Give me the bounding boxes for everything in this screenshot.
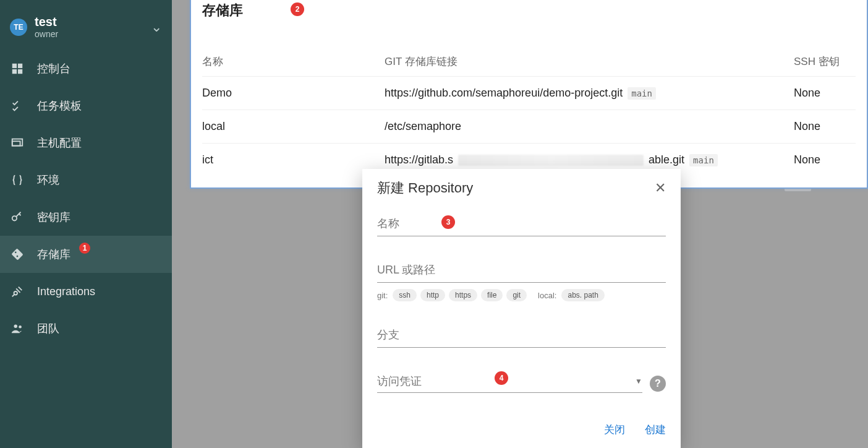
annotation-2: 2 [291, 2, 304, 16]
hint-chip: abs. path [561, 289, 604, 301]
nav-label: 主机配置 [37, 136, 82, 150]
cell-ssh: None [794, 153, 856, 166]
nav-badge: 1 [79, 243, 90, 254]
hint-chip: file [481, 289, 503, 301]
nav-label: 存储库 [37, 247, 70, 262]
branch-chip: main [689, 154, 718, 166]
help-icon[interactable]: ? [650, 376, 666, 392]
nav-templates[interactable]: 任务模板 [0, 87, 172, 124]
table-header: 名称 GIT 存储库链接 SSH 密钥 [202, 47, 856, 77]
close-icon[interactable]: ✕ [655, 180, 666, 196]
link-suffix: able.git [649, 153, 684, 166]
nav-team[interactable]: 团队 [0, 310, 172, 347]
nav-repositories[interactable]: 存储库 1 [0, 236, 172, 273]
key-icon [10, 210, 25, 225]
nav-label: Integrations [37, 285, 95, 298]
plug-icon [10, 284, 25, 299]
svg-point-8 [14, 325, 18, 329]
monitor-icon [10, 136, 25, 150]
cell-link: /etc/semaphore [385, 120, 794, 133]
svg-rect-4 [12, 139, 23, 146]
nav-label: 密钥库 [37, 210, 70, 225]
branch-chip: main [628, 87, 656, 100]
dialog-title: 新建 Repository [377, 179, 473, 197]
cell-name: local [202, 120, 385, 133]
hint-chip: git [506, 289, 527, 301]
branch-label: 分支 [377, 327, 666, 347]
nav-integrations[interactable]: Integrations [0, 273, 172, 310]
url-label: URL 或路径 [377, 262, 666, 282]
project-role: owner [35, 29, 143, 39]
table-row[interactable]: local /etc/semaphore None [202, 110, 856, 144]
checklist-icon [10, 98, 25, 113]
dashboard-icon [10, 61, 25, 76]
svg-point-7 [14, 291, 18, 295]
svg-rect-3 [18, 69, 22, 74]
project-switcher[interactable]: TE test owner ⌄ [0, 0, 172, 50]
sidebar: TE test owner ⌄ 控制台 任务模板 主机配置 环境 密钥库 存储库… [0, 0, 172, 448]
cell-ssh: None [794, 87, 856, 100]
project-name: test [35, 15, 143, 29]
svg-rect-0 [12, 64, 17, 68]
credentials-select[interactable]: 访问凭证 ▼ [377, 374, 642, 393]
dialog-create-button[interactable]: 创建 [645, 423, 666, 437]
cell-link: https://gitlab.s able.git main [385, 153, 794, 166]
project-avatar: TE [10, 19, 27, 36]
svg-rect-1 [18, 64, 22, 68]
git-hint-label: git: [377, 291, 388, 300]
svg-point-9 [19, 325, 22, 329]
svg-point-6 [12, 216, 17, 220]
nav-dashboard[interactable]: 控制台 [0, 50, 172, 87]
svg-rect-2 [12, 69, 17, 74]
col-header-ssh: SSH 密钥 [794, 54, 856, 69]
caret-down-icon: ▼ [635, 377, 642, 386]
link-text: /etc/semaphore [385, 120, 461, 133]
repositories-panel: 存储库 名称 GIT 存储库链接 SSH 密钥 Demo https://git… [190, 0, 868, 189]
col-header-link: GIT 存储库链接 [385, 54, 794, 69]
nav-environment[interactable]: 环境 [0, 162, 172, 199]
new-repository-dialog: 新建 Repository ✕ 名称 URL 或路径 git: ssh http… [362, 169, 681, 448]
cell-name: ict [202, 153, 385, 166]
hint-chip: ssh [393, 289, 417, 301]
annotation-3: 3 [441, 215, 455, 229]
nav-label: 任务模板 [37, 98, 82, 113]
nav-label: 团队 [37, 321, 59, 336]
hint-chip: https [449, 289, 477, 301]
cell-name: Demo [202, 87, 385, 100]
nav-inventory[interactable]: 主机配置 [0, 124, 172, 162]
nav-label: 环境 [37, 173, 59, 187]
url-field[interactable]: URL 或路径 [377, 262, 666, 283]
url-hints: git: ssh http https file git local: abs.… [377, 289, 666, 301]
name-field[interactable]: 名称 [377, 216, 666, 236]
braces-icon [10, 173, 25, 187]
dialog-close-button[interactable]: 关闭 [604, 423, 625, 437]
nav-label: 控制台 [37, 61, 70, 76]
cell-link: https://github.com/semaphoreui/demo-proj… [385, 87, 794, 100]
cell-ssh: None [794, 120, 856, 133]
name-label: 名称 [377, 216, 666, 236]
col-header-name: 名称 [202, 54, 385, 69]
link-text: https://github.com/semaphoreui/demo-proj… [385, 87, 623, 100]
svg-rect-5 [12, 141, 20, 145]
local-hint-label: local: [538, 291, 556, 300]
table-row[interactable]: Demo https://github.com/semaphoreui/demo… [202, 77, 856, 110]
chevron-down-icon: ⌄ [151, 19, 162, 35]
annotation-4: 4 [495, 371, 508, 385]
git-icon [10, 247, 25, 262]
link-prefix: https://gitlab.s [385, 153, 453, 166]
nav-keystore[interactable]: 密钥库 [0, 199, 172, 236]
hint-chip: http [420, 289, 445, 301]
people-icon [10, 321, 25, 336]
branch-field[interactable]: 分支 [377, 327, 666, 348]
redacted-segment [458, 155, 644, 166]
